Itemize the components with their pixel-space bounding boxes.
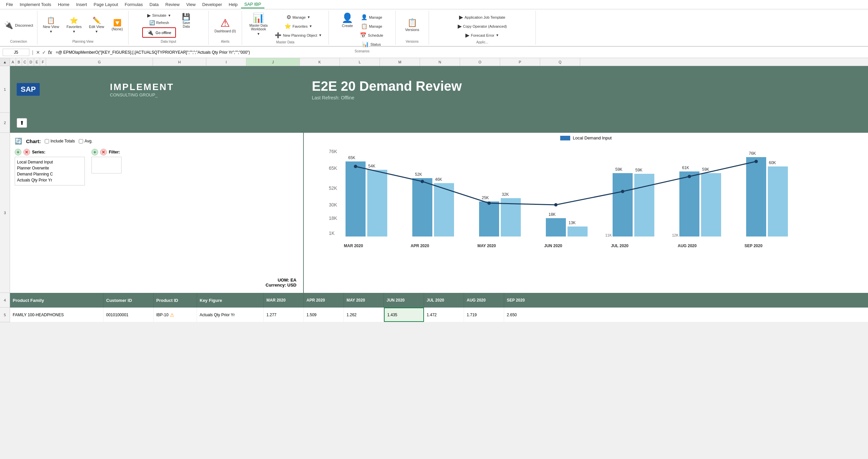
cell-jul[interactable]: 1.472 <box>424 307 464 322</box>
col-I: I <box>206 58 246 66</box>
svg-text:25K: 25K <box>482 195 489 200</box>
add-series-button[interactable]: + <box>15 149 21 156</box>
cell-customer-id[interactable]: 0010100001 <box>103 307 154 322</box>
bar-jul-2 <box>634 174 654 236</box>
col-A: A <box>10 58 16 66</box>
cell-key-figure[interactable]: Actuals Qty Prior Yr <box>197 307 264 322</box>
menu-home[interactable]: Home <box>54 1 73 8</box>
disconnect-icon: 🔌 <box>4 22 13 29</box>
manage1-button[interactable]: 👤 Manage <box>358 13 385 21</box>
edit-view-dropdown: ▼ <box>95 30 98 33</box>
new-view-button[interactable]: 📋 New View ▼ <box>40 16 62 35</box>
forecast-error-button[interactable]: ▶ Forecast Error ▼ <box>456 31 509 39</box>
line-dot-1 <box>354 165 357 168</box>
menu-insert[interactable]: Insert <box>73 1 90 8</box>
series-item-4[interactable]: Actuals Qty Prior Yr <box>17 177 83 183</box>
new-planning-button[interactable]: ➕ New Planning Object ▼ <box>273 31 324 39</box>
menu-review[interactable]: Review <box>162 1 183 8</box>
row-3-header: 3 <box>0 133 10 293</box>
cell-may[interactable]: 1.262 <box>344 307 384 322</box>
go-offline-button[interactable]: 🔌 Go offline <box>142 27 176 38</box>
col-M: M <box>380 58 420 66</box>
series-item-3[interactable]: Demand Planning C <box>17 171 83 177</box>
series-item-1[interactable]: Local Demand Input <box>17 159 83 165</box>
favorites-button[interactable]: ⭐ Favorites ▼ <box>64 16 84 35</box>
cell-mar[interactable]: 1.277 <box>264 307 304 322</box>
series-label: Series: <box>32 150 45 155</box>
col-apr: APR 2020 <box>304 293 344 307</box>
filter-header: + ✕ Filter: <box>91 149 122 156</box>
menu-developer[interactable]: Developer <box>199 1 225 8</box>
cell-reference[interactable] <box>3 49 29 56</box>
simulate-icon: ▶ <box>147 13 151 18</box>
add-filter-button[interactable]: + <box>91 149 98 156</box>
confirm-formula-icon[interactable]: ✓ <box>42 50 46 55</box>
chart-refresh-icon[interactable]: 🔄 <box>15 137 22 145</box>
create-button[interactable]: 👤 Create <box>339 12 356 29</box>
row-5-header: 5 <box>0 307 10 322</box>
ribbon-group-alerts: ⚠ Dashboard (0) Alerts <box>209 11 242 45</box>
formula-input[interactable] <box>55 49 865 56</box>
col-E: E <box>34 58 40 66</box>
chart-toolbar: 🔄 Chart: Include Totals Avg. <box>13 135 301 147</box>
col-aug: AUG 2020 <box>464 293 504 307</box>
content-area: SAP IMPLEMENT CONSULTING GROUP_ E2E 20 D… <box>10 66 868 322</box>
last-refresh-label: Last Refresh: Offline <box>312 95 860 100</box>
insert-function-icon[interactable]: fx <box>48 50 52 55</box>
refresh-button[interactable]: 🔄 Refresh <box>142 19 176 26</box>
manage2-button[interactable]: 📋 Manage <box>358 22 385 30</box>
cell-aug[interactable]: 1.719 <box>464 307 504 322</box>
cell-product-family[interactable]: FAMILY 100-HEADPHONES <box>10 307 103 322</box>
versions-manage-button[interactable]: 📋 Versions <box>402 18 422 33</box>
schedule-button[interactable]: 📅 Schedule <box>358 31 385 39</box>
upload-button[interactable]: ⬆ <box>17 118 27 128</box>
copy-operator-button[interactable]: ▶ Copy Operator (Advanced) <box>456 22 509 30</box>
menu-file[interactable]: File <box>3 1 17 8</box>
menu-view[interactable]: View <box>183 1 199 8</box>
menu-help[interactable]: Help <box>225 1 241 8</box>
main-content: 1 2 3 4 5 SAP IMPLEMENT CONSULTING GROUP… <box>0 66 868 322</box>
col-K: K <box>300 58 340 66</box>
new-view-icon: 📋 <box>47 17 55 24</box>
svg-text:59K: 59K <box>702 167 709 172</box>
simulate-button[interactable]: ▶ Simulate ▼ <box>142 12 176 19</box>
menu-page-layout[interactable]: Page Layout <box>90 1 122 8</box>
sap-logo: SAP <box>17 83 40 96</box>
disconnect-button[interactable]: 🔌 Disconnect <box>3 21 34 30</box>
planning-view-label: Planning View <box>72 38 93 43</box>
none-button[interactable]: 🔽 (None) <box>109 18 126 32</box>
ribbon-group-applic: ▶ Application Job Template ▶ Copy Operat… <box>429 11 536 45</box>
cell-product-id[interactable]: IBP-10 ⚠ <box>154 307 197 322</box>
favorites-master-button[interactable]: ⭐ Favorites ▼ <box>273 22 324 30</box>
remove-series-button[interactable]: ✕ <box>23 149 30 156</box>
manage-button[interactable]: ⚙ Manage ▼ <box>273 13 324 21</box>
menu-sap-ibp[interactable]: SAP IBP <box>241 1 265 8</box>
dashboard-button[interactable]: ⚠ Dashboard (0) <box>212 17 239 34</box>
row-4-table-header: Product Family Customer ID Product ID Ke… <box>10 293 868 307</box>
save-data-button[interactable]: 💾 Save Data <box>178 12 195 30</box>
cell-apr[interactable]: 1.509 <box>304 307 344 322</box>
edit-view-button[interactable]: ✏️ Edit View ▼ <box>86 16 107 35</box>
menu-implement-tools[interactable]: Implement Tools <box>17 1 54 8</box>
status-button[interactable]: 📊 Status <box>358 40 385 48</box>
cancel-formula-icon[interactable]: ✕ <box>36 50 40 55</box>
series-item-2[interactable]: Planner Overwrite <box>17 165 83 171</box>
manage2-icon: 📋 <box>361 23 368 29</box>
include-totals-group: Include Totals <box>45 139 75 143</box>
app-job-template-button[interactable]: ▶ Application Job Template <box>456 13 509 21</box>
line-dot-3 <box>488 201 491 205</box>
menu-data[interactable]: Data <box>146 1 162 8</box>
remove-filter-button[interactable]: ✕ <box>100 149 107 156</box>
avg-checkbox[interactable] <box>79 139 83 143</box>
master-data-workbook-button[interactable]: 📊 Master Data Workbook ▼ <box>247 12 270 37</box>
row-2-right <box>304 113 868 133</box>
include-totals-checkbox[interactable] <box>45 139 49 143</box>
favorites-master-icon: ⭐ <box>284 23 291 29</box>
avg-group: Avg. <box>79 139 92 143</box>
cell-sep[interactable]: 2.650 <box>504 307 544 322</box>
favorites-dropdown: ▼ <box>72 30 76 33</box>
menu-formulas[interactable]: Formulas <box>122 1 146 8</box>
include-totals-label: Include Totals <box>51 139 75 143</box>
filter-input[interactable] <box>91 157 122 173</box>
cell-jun-selected[interactable]: 1.435 <box>384 307 424 322</box>
